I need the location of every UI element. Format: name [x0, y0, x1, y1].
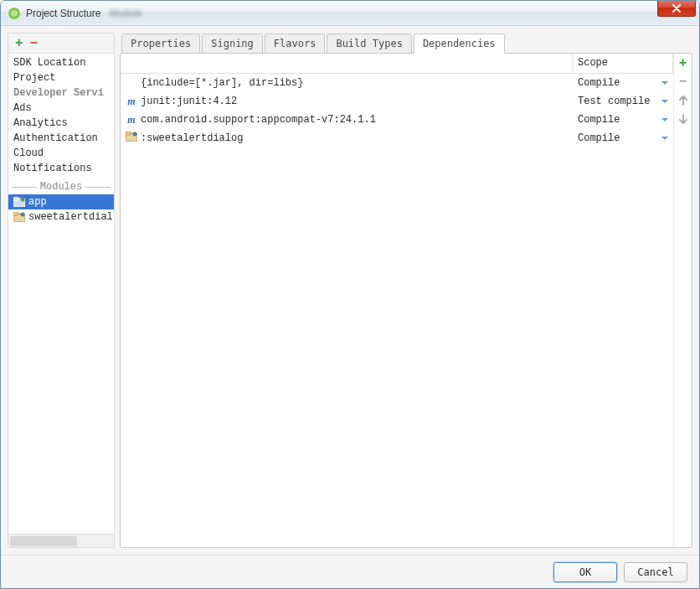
dependencies-panel: Scope {include=[*.jar], dir=libs} Compil… [120, 53, 692, 548]
maven-icon: m [126, 96, 137, 108]
sidebar-item-sdk-location[interactable]: SDK Location [8, 55, 114, 70]
sidebar-item-label: SDK Location [13, 57, 85, 69]
scope-cell[interactable]: Compile [573, 75, 673, 90]
project-structure-window: Project Structure Module + − SDK Locatio… [0, 0, 700, 589]
main-panel: Properties Signing Flavors Build Types D… [120, 33, 692, 548]
dropdown-arrow-icon[interactable] [661, 81, 668, 85]
table-row[interactable]: {include=[*.jar], dir=libs} Compile [121, 74, 673, 92]
add-dependency-button[interactable]: + [677, 57, 690, 70]
svg-point-1 [11, 10, 18, 17]
svg-rect-6 [13, 212, 18, 215]
dependency-toolbar: + − [673, 54, 692, 547]
table-body: {include=[*.jar], dir=libs} Compile m ju… [121, 74, 673, 547]
sidebar-item-label: Project [13, 72, 55, 84]
dependency-text: {include=[*.jar], dir=libs} [141, 77, 303, 89]
tab-properties[interactable]: Properties [121, 34, 200, 54]
sidebar-list: SDK Location Project Developer Servi Ads… [8, 54, 114, 534]
scope-header-label: Scope [578, 57, 608, 69]
maven-icon: m [126, 114, 137, 127]
module-label: app [28, 196, 47, 208]
module-label: sweetalertdial [28, 211, 113, 223]
scope-cell[interactable]: Compile [573, 131, 673, 146]
sidebar-item-authentication[interactable]: Authentication [8, 131, 114, 146]
svg-point-7 [21, 213, 25, 217]
tab-label: Signing [211, 38, 254, 49]
tab-build-types[interactable]: Build Types [327, 34, 411, 54]
sidebar-item-ads[interactable]: Ads [8, 101, 114, 116]
dependency-cell: {include=[*.jar], dir=libs} [121, 75, 573, 90]
dropdown-arrow-icon[interactable] [661, 118, 668, 121]
module-icon [13, 212, 25, 222]
window-title: Project Structure [26, 8, 100, 19]
module-icon [13, 197, 25, 207]
dropdown-arrow-icon[interactable] [661, 100, 668, 103]
sidebar-item-notifications[interactable]: Notifications [8, 161, 114, 176]
scrollbar-thumb[interactable] [10, 536, 77, 546]
sidebar-item-label: Developer Servi [13, 87, 104, 99]
sidebar-item-project[interactable]: Project [8, 70, 114, 85]
sidebar-modules-header: Modules [8, 179, 114, 194]
table-row[interactable]: :sweetalertdialog Compile [121, 129, 673, 147]
sidebar: + − SDK Location Project Developer Servi… [8, 33, 115, 548]
move-up-button[interactable] [677, 94, 690, 107]
table-header: Scope [121, 54, 673, 74]
tab-label: Properties [131, 38, 191, 49]
sidebar-item-label: Authentication [13, 132, 98, 144]
svg-rect-3 [13, 197, 18, 200]
sidebar-toolbar: + − [8, 34, 114, 54]
col-header-dependency [121, 54, 573, 73]
modules-header-label: Modules [40, 181, 82, 193]
svg-rect-9 [126, 132, 131, 135]
app-icon [8, 7, 21, 20]
dependency-text: junit:junit:4.12 [141, 96, 237, 107]
sidebar-scrollbar[interactable] [8, 534, 114, 547]
module-folder-icon [126, 132, 137, 145]
window-title-extra: Module [109, 8, 142, 19]
dialog-body: + − SDK Location Project Developer Servi… [1, 26, 699, 555]
svg-point-4 [21, 198, 25, 202]
dependency-cell: m junit:junit:4.12 [121, 94, 573, 110]
sidebar-module-app[interactable]: app [8, 194, 114, 209]
col-header-scope: Scope [573, 54, 673, 73]
titlebar[interactable]: Project Structure Module [1, 1, 699, 26]
sidebar-section-developer-services: Developer Servi [8, 85, 114, 101]
tab-flavors[interactable]: Flavors [265, 34, 326, 54]
table-row[interactable]: m com.android.support:appcompat-v7:24.1.… [121, 111, 673, 129]
tab-signing[interactable]: Signing [202, 34, 263, 54]
sidebar-item-analytics[interactable]: Analytics [8, 116, 114, 131]
tab-label: Dependencies [423, 38, 496, 49]
scope-text: Compile [578, 114, 620, 126]
scope-cell[interactable]: Test compile [573, 94, 673, 109]
scope-text: Test compile [578, 96, 650, 107]
table-row[interactable]: m junit:junit:4.12 Test compile [121, 92, 673, 111]
dependency-cell: :sweetalertdialog [121, 130, 573, 147]
scope-text: Compile [578, 132, 620, 144]
remove-dependency-button[interactable]: − [677, 75, 690, 89]
scope-cell[interactable]: Compile [573, 112, 673, 127]
sidebar-item-label: Notifications [13, 163, 92, 174]
dependency-text: :sweetalertdialog [141, 132, 243, 144]
remove-icon[interactable]: − [30, 36, 39, 51]
tab-label: Flavors [274, 38, 317, 49]
tab-label: Build Types [336, 38, 402, 49]
sidebar-item-label: Analytics [13, 117, 68, 129]
tab-dependencies[interactable]: Dependencies [414, 34, 505, 54]
sidebar-item-label: Cloud [13, 147, 44, 159]
close-button[interactable] [657, 0, 696, 17]
ok-button[interactable]: OK [553, 562, 617, 582]
svg-point-10 [133, 132, 137, 137]
move-down-button[interactable] [677, 112, 690, 126]
dependency-cell: m com.android.support:appcompat-v7:24.1.… [121, 112, 573, 128]
add-icon[interactable]: + [15, 36, 23, 51]
cancel-button[interactable]: Cancel [624, 562, 687, 582]
sidebar-module-sweetalertdialog[interactable]: sweetalertdial [8, 209, 114, 225]
tabs: Properties Signing Flavors Build Types D… [120, 33, 692, 53]
scope-text: Compile [578, 77, 620, 89]
sidebar-item-label: Ads [13, 102, 32, 114]
dependency-table: Scope {include=[*.jar], dir=libs} Compil… [121, 54, 673, 547]
dependency-text: com.android.support:appcompat-v7:24.1.1 [141, 114, 376, 126]
sidebar-item-cloud[interactable]: Cloud [8, 146, 114, 161]
dialog-footer: OK Cancel [1, 555, 699, 588]
dropdown-arrow-icon[interactable] [661, 137, 668, 140]
